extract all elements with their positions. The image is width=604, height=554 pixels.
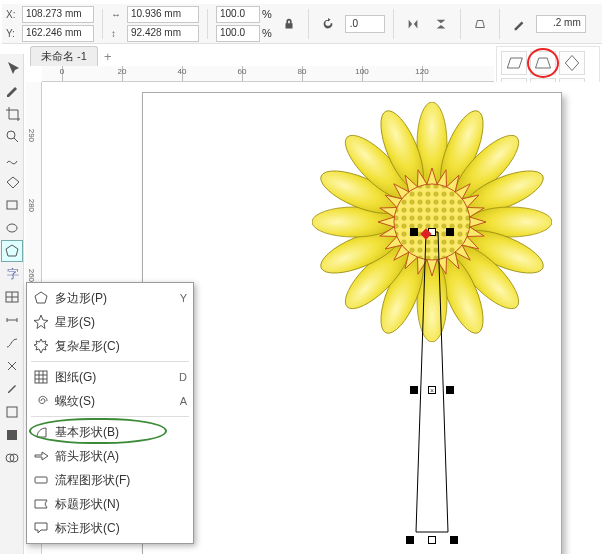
pct-sign: % bbox=[262, 27, 272, 39]
handle-br[interactable] bbox=[450, 536, 458, 544]
h-tick: 20 bbox=[118, 67, 127, 76]
tool-text-9[interactable]: 字 bbox=[1, 263, 23, 285]
star-icon bbox=[33, 314, 49, 330]
tool-connector-12[interactable] bbox=[1, 332, 23, 354]
mirror-h-button[interactable] bbox=[402, 13, 424, 35]
scale-y-field[interactable]: 100.0 bbox=[216, 25, 260, 42]
tool-freehand-4[interactable] bbox=[1, 148, 23, 170]
height-field[interactable]: 92.428 mm bbox=[127, 25, 199, 42]
menu-separator bbox=[31, 361, 189, 362]
menu-grid[interactable]: 图纸(G)D bbox=[27, 365, 193, 389]
menu-cstar[interactable]: 复杂星形(C) bbox=[27, 334, 193, 358]
menu-banner[interactable]: 标题形状(N) bbox=[27, 492, 193, 516]
shape-trapezoid-left[interactable] bbox=[501, 51, 527, 75]
tool-zoom-3[interactable] bbox=[1, 125, 23, 147]
tool-rect-6[interactable] bbox=[1, 194, 23, 216]
h-tick: 80 bbox=[298, 67, 307, 76]
tool-ellipse-7[interactable] bbox=[1, 217, 23, 239]
shape-diamond[interactable] bbox=[559, 51, 585, 75]
tool-pick-0[interactable] bbox=[1, 56, 23, 78]
h-tick: 40 bbox=[178, 67, 187, 76]
menu-label: 基本形状(B) bbox=[55, 424, 165, 441]
tool-sep-19[interactable] bbox=[1, 493, 23, 515]
handle-bl[interactable] bbox=[406, 536, 414, 544]
menu-label: 复杂星形(C) bbox=[55, 338, 165, 355]
h-tick: 60 bbox=[238, 67, 247, 76]
menu-label: 星形(S) bbox=[55, 314, 165, 331]
menu-poly[interactable]: 多边形(P)Y bbox=[27, 286, 193, 310]
menu-label: 标题形状(N) bbox=[55, 496, 165, 513]
tool-dimension-11[interactable] bbox=[1, 309, 23, 331]
handle-center[interactable]: × bbox=[428, 386, 436, 394]
menu-separator bbox=[31, 416, 189, 417]
menu-spiral[interactable]: 螺纹(S)A bbox=[27, 389, 193, 413]
tab-doc-1[interactable]: 未命名 -1 bbox=[30, 46, 98, 66]
v-tick: 260 bbox=[27, 269, 36, 282]
svg-marker-37 bbox=[416, 232, 448, 532]
basic-icon bbox=[33, 424, 49, 440]
y-label: Y: bbox=[6, 28, 20, 39]
menu-label: 流程图形状(F) bbox=[55, 472, 165, 489]
tab-add-button[interactable]: + bbox=[100, 48, 116, 64]
size-block: ↔ 10.936 mm ↕ 92.428 mm bbox=[111, 6, 199, 42]
tool-fill-16[interactable] bbox=[1, 424, 23, 446]
svg-rect-39 bbox=[35, 477, 47, 483]
callout-icon bbox=[33, 520, 49, 536]
v-tick: 290 bbox=[27, 129, 36, 142]
tool-eyedropper-14[interactable] bbox=[1, 378, 23, 400]
svg-point-9 bbox=[7, 131, 15, 139]
svg-rect-38 bbox=[35, 371, 47, 383]
handle-tr[interactable] bbox=[446, 228, 454, 236]
flow-icon bbox=[33, 472, 49, 488]
cstar-icon bbox=[33, 338, 49, 354]
tool-blend-17[interactable] bbox=[1, 447, 23, 469]
pct-sign: % bbox=[262, 8, 272, 20]
menu-basic[interactable]: 基本形状(B) bbox=[27, 420, 193, 444]
mirror-v-button[interactable] bbox=[430, 13, 452, 35]
handle-bm[interactable] bbox=[428, 536, 436, 544]
svg-text:字: 字 bbox=[7, 267, 19, 281]
lock-ratio-button[interactable] bbox=[278, 13, 300, 35]
menu-arrow[interactable]: 箭头形状(A) bbox=[27, 444, 193, 468]
v-tick: 280 bbox=[27, 199, 36, 212]
tool-crop-2[interactable] bbox=[1, 102, 23, 124]
tool-table-10[interactable] bbox=[1, 286, 23, 308]
width-field[interactable]: 10.936 mm bbox=[127, 6, 199, 23]
height-icon: ↕ bbox=[111, 28, 125, 39]
tool-outline-15[interactable] bbox=[1, 401, 23, 423]
tool-smart-fill-5[interactable] bbox=[1, 171, 23, 193]
menu-shortcut: A bbox=[171, 395, 187, 407]
menu-flow[interactable]: 流程图形状(F) bbox=[27, 468, 193, 492]
handle-ml[interactable] bbox=[410, 386, 418, 394]
menu-label: 螺纹(S) bbox=[55, 393, 165, 410]
arrow-icon bbox=[33, 448, 49, 464]
tool-polygon-8[interactable] bbox=[1, 240, 23, 262]
poly-icon bbox=[33, 290, 49, 306]
handle-mr[interactable] bbox=[446, 386, 454, 394]
h-tick: 0 bbox=[60, 67, 64, 76]
tool-effects-13[interactable] bbox=[1, 355, 23, 377]
rotation-field[interactable]: .0 bbox=[345, 15, 385, 33]
handle-tl[interactable] bbox=[410, 228, 418, 236]
svg-rect-15 bbox=[7, 430, 17, 440]
toolbox: 字 bbox=[0, 54, 24, 554]
svg-rect-10 bbox=[7, 201, 17, 209]
menu-label: 多边形(P) bbox=[55, 290, 165, 307]
menu-label: 标注形状(C) bbox=[55, 520, 165, 537]
outline-width-field[interactable]: .2 mm bbox=[536, 15, 586, 33]
y-field[interactable]: 162.246 mm bbox=[22, 25, 94, 42]
menu-label: 图纸(G) bbox=[55, 369, 165, 386]
shape-trapezoid[interactable] bbox=[530, 51, 556, 75]
tool-sep-18[interactable] bbox=[1, 470, 23, 492]
menu-label: 箭头形状(A) bbox=[55, 448, 165, 465]
horizontal-ruler: 020406080100120 bbox=[42, 66, 494, 82]
banner-icon bbox=[33, 496, 49, 512]
x-field[interactable]: 108.273 mm bbox=[22, 6, 94, 23]
menu-callout[interactable]: 标注形状(C) bbox=[27, 516, 193, 540]
menu-star[interactable]: 星形(S) bbox=[27, 310, 193, 334]
tool-shape-edit-1[interactable] bbox=[1, 79, 23, 101]
document-tabs: 未命名 -1 + bbox=[30, 46, 116, 66]
outline-pen-icon[interactable] bbox=[508, 13, 530, 35]
trapezoid-a-icon[interactable] bbox=[469, 13, 491, 35]
scale-x-field[interactable]: 100.0 bbox=[216, 6, 260, 23]
